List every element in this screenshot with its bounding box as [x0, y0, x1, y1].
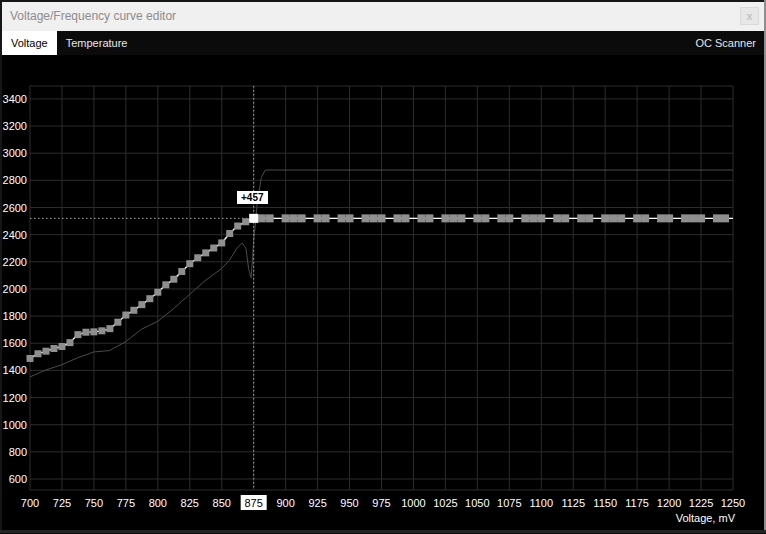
y-tick-label: 3400: [3, 93, 27, 105]
tab-voltage[interactable]: Voltage: [2, 31, 57, 55]
x-tick-label: 1125: [561, 497, 585, 509]
x-tick-label-selected: 875: [245, 497, 263, 509]
vf-curve-marker[interactable]: [34, 350, 41, 357]
vf-curve-marker[interactable]: [449, 214, 457, 222]
vf-curve-marker[interactable]: [322, 214, 330, 222]
vf-curve-marker[interactable]: [370, 214, 378, 222]
oc-scanner-button[interactable]: OC Scanner: [695, 31, 764, 55]
vf-curve-marker[interactable]: [497, 214, 505, 222]
tab-temperature[interactable]: Temperature: [57, 31, 137, 55]
vf-curve-marker[interactable]: [66, 339, 73, 346]
vf-curve-marker[interactable]: [130, 307, 137, 314]
vf-curve-marker[interactable]: [721, 214, 729, 222]
y-tick-label: 3200: [3, 120, 27, 132]
vf-curve-marker[interactable]: [210, 245, 217, 252]
vf-curve-marker[interactable]: [441, 214, 449, 222]
vf-curve-marker[interactable]: [473, 214, 481, 222]
vf-curve-marker[interactable]: [314, 214, 322, 222]
plot-canvas[interactable]: 6008001000120014001600180020002200240026…: [0, 55, 766, 534]
vf-curve-marker[interactable]: [298, 214, 306, 222]
vf-curve-marker[interactable]: [194, 254, 201, 261]
vf-curve-marker[interactable]: [665, 214, 673, 222]
y-tick-label: 800: [9, 446, 27, 458]
y-tick-label: 1600: [3, 337, 27, 349]
vf-curve-marker[interactable]: [481, 214, 489, 222]
tab-bar: Voltage Temperature OC Scanner: [2, 31, 764, 55]
vf-curve-marker[interactable]: [417, 214, 425, 222]
vf-curve-marker[interactable]: [27, 355, 34, 362]
vf-curve-marker[interactable]: [218, 239, 225, 246]
x-tick-label: 725: [53, 497, 71, 509]
vf-curve-marker[interactable]: [258, 214, 266, 222]
vf-curve-marker[interactable]: [553, 214, 561, 222]
vf-curve-marker[interactable]: [114, 319, 121, 326]
vf-curve-marker[interactable]: [234, 223, 241, 230]
vf-curve-marker[interactable]: [457, 214, 465, 222]
vf-curve-marker[interactable]: [561, 214, 569, 222]
x-tick-label: 950: [340, 497, 358, 509]
vf-curve-marker[interactable]: [529, 214, 537, 222]
vf-curve-marker[interactable]: [122, 312, 129, 319]
vf-curve-marker[interactable]: [90, 328, 97, 335]
vf-curve-marker[interactable]: [505, 214, 513, 222]
vf-curve-marker[interactable]: [98, 327, 105, 334]
vf-curve-marker[interactable]: [393, 214, 401, 222]
vf-curve-marker[interactable]: [378, 214, 386, 222]
vf-curve-marker[interactable]: [106, 325, 113, 332]
window-border-left: [0, 0, 2, 534]
vf-curve-marker[interactable]: [713, 214, 721, 222]
x-tick-label: 825: [181, 497, 199, 509]
vf-curve-marker[interactable]: [242, 218, 249, 225]
vf-curve-marker[interactable]: [346, 214, 354, 222]
x-tick-label: 925: [308, 497, 326, 509]
vf-curve-marker[interactable]: [362, 214, 370, 222]
vf-curve-marker[interactable]: [537, 214, 545, 222]
vf-curve-marker[interactable]: [146, 295, 153, 302]
window-border-bottom[interactable]: [0, 530, 766, 534]
vf-curve-marker[interactable]: [266, 214, 274, 222]
vf-curve-marker[interactable]: [170, 276, 177, 283]
vf-curve-marker[interactable]: [601, 214, 609, 222]
close-icon[interactable]: x: [740, 7, 759, 25]
vf-curve-marker[interactable]: [186, 260, 193, 267]
vf-curve-marker[interactable]: [226, 230, 233, 237]
vf-curve-marker[interactable]: [42, 348, 49, 355]
y-tick-label: 1200: [3, 392, 27, 404]
vf-curve-marker[interactable]: [290, 214, 298, 222]
x-tick-label: 1100: [529, 497, 553, 509]
x-tick-label: 850: [213, 497, 231, 509]
vf-curve-marker[interactable]: [82, 329, 89, 336]
vf-curve-marker[interactable]: [178, 268, 185, 275]
y-tick-label: 1400: [3, 364, 27, 376]
x-tick-label: 1075: [497, 497, 521, 509]
vf-curve-marker[interactable]: [577, 214, 585, 222]
vf-curve-marker[interactable]: [154, 289, 161, 296]
selected-point-marker[interactable]: [249, 214, 258, 223]
y-tick-label: 2200: [3, 256, 27, 268]
vf-curve-chart[interactable]: Frequency, MHz 6008001000120014001600180…: [0, 55, 766, 534]
vf-curve-marker[interactable]: [657, 214, 665, 222]
vf-curve-marker[interactable]: [641, 214, 649, 222]
vf-curve-marker[interactable]: [681, 214, 689, 222]
vf-curve-marker[interactable]: [58, 343, 65, 350]
x-tick-label: 1050: [465, 497, 489, 509]
vf-curve-marker[interactable]: [585, 214, 593, 222]
vf-curve-marker[interactable]: [609, 214, 617, 222]
vf-curve-marker[interactable]: [282, 214, 290, 222]
vf-curve-marker[interactable]: [521, 214, 529, 222]
vf-curve-marker[interactable]: [50, 345, 57, 352]
vf-curve-marker[interactable]: [202, 249, 209, 256]
tab-spacer: [136, 31, 695, 55]
vf-curve-marker[interactable]: [401, 214, 409, 222]
vf-curve-marker[interactable]: [74, 331, 81, 338]
vf-curve-marker[interactable]: [633, 214, 641, 222]
vf-curve-marker[interactable]: [162, 281, 169, 288]
vf-curve-marker[interactable]: [338, 214, 346, 222]
vf-curve-marker[interactable]: [697, 214, 705, 222]
vf-curve-marker[interactable]: [617, 214, 625, 222]
vf-curve-marker[interactable]: [425, 214, 433, 222]
vf-curve-marker[interactable]: [689, 214, 697, 222]
titlebar[interactable]: Voltage/Frequency curve editor x: [2, 2, 764, 31]
plot-background: [0, 55, 766, 534]
vf-curve-marker[interactable]: [138, 301, 145, 308]
